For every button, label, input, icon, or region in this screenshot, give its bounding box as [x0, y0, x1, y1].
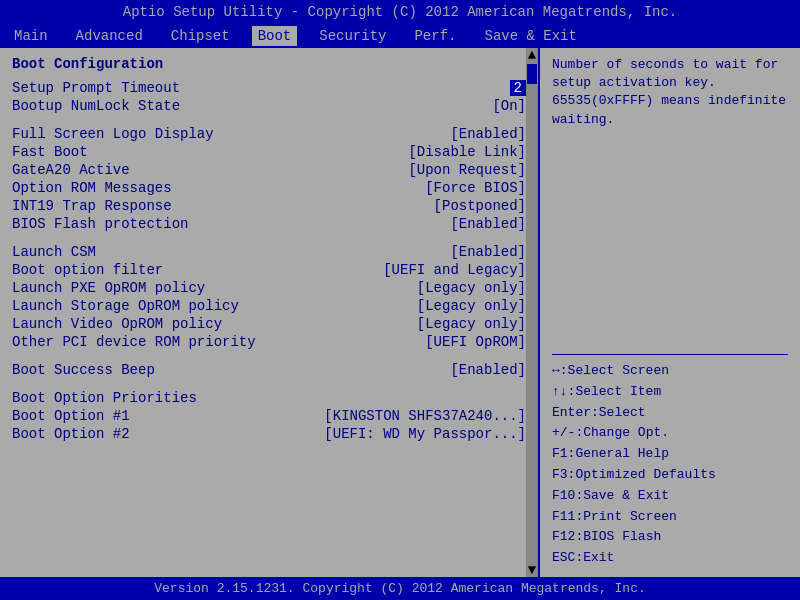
- setting-value: [Legacy only]: [417, 280, 526, 296]
- setting-row: Boot Option #1[KINGSTON SHFS37A240...]: [12, 408, 526, 424]
- setting-row: Option ROM Messages[Force BIOS]: [12, 180, 526, 196]
- setting-label: Boot Option #1: [12, 408, 130, 424]
- key-desc: Select: [599, 403, 646, 424]
- key-desc: Optimized Defaults: [575, 465, 715, 486]
- menu-item-perf.[interactable]: Perf.: [408, 26, 462, 46]
- setting-value: [Postponed]: [434, 198, 526, 214]
- settings-list: Setup Prompt Timeout2Bootup NumLock Stat…: [12, 80, 526, 442]
- help-text: Number of seconds to wait forsetup activ…: [552, 56, 788, 340]
- left-scrollbar[interactable]: ▲ ▼: [526, 48, 538, 577]
- setting-row: Boot Success Beep[Enabled]: [12, 362, 526, 378]
- setting-value: [Force BIOS]: [425, 180, 526, 196]
- menu-item-save--exit[interactable]: Save & Exit: [478, 26, 582, 46]
- scroll-down-arrow[interactable]: ▼: [528, 563, 536, 577]
- setting-row: Setup Prompt Timeout2: [12, 80, 526, 96]
- help-line: Number of seconds to wait for: [552, 56, 788, 74]
- key-line: ESC: Exit: [552, 548, 788, 569]
- key-desc: Print Screen: [583, 507, 677, 528]
- setting-row: Full Screen Logo Display[Enabled]: [12, 126, 526, 142]
- setting-row: Boot option filter[UEFI and Legacy]: [12, 262, 526, 278]
- setting-label: Boot Option #2: [12, 426, 130, 442]
- setting-value: [UEFI and Legacy]: [383, 262, 526, 278]
- key-label: F3:: [552, 465, 575, 486]
- spacer-2: [12, 116, 526, 124]
- setting-row: Launch Storage OpROM policy[Legacy only]: [12, 298, 526, 314]
- key-line: ↑↓: Select Item: [552, 382, 788, 403]
- setting-value: [Upon Request]: [408, 162, 526, 178]
- help-line: 65535(0xFFFF) means indefinite: [552, 92, 788, 110]
- key-label: F10:: [552, 486, 583, 507]
- setting-label: Fast Boot: [12, 144, 88, 160]
- key-help: ↔: Select Screen↑↓: Select ItemEnter: Se…: [552, 361, 788, 569]
- scroll-thumb: [527, 64, 537, 84]
- section-title: Boot Configuration: [12, 56, 526, 72]
- divider: [552, 354, 788, 355]
- menu-item-security[interactable]: Security: [313, 26, 392, 46]
- key-label: +/-:: [552, 423, 583, 444]
- menu-item-main[interactable]: Main: [8, 26, 54, 46]
- setting-row: GateA20 Active[Upon Request]: [12, 162, 526, 178]
- key-line: Enter: Select: [552, 403, 788, 424]
- setting-value: [Enabled]: [450, 216, 526, 232]
- menu-item-advanced[interactable]: Advanced: [70, 26, 149, 46]
- setting-label: Other PCI device ROM priority: [12, 334, 256, 350]
- setting-label: Launch Video OpROM policy: [12, 316, 222, 332]
- key-label: ESC:: [552, 548, 583, 569]
- setting-label: Boot option filter: [12, 262, 163, 278]
- key-line: +/-: Change Opt.: [552, 423, 788, 444]
- setting-row: Fast Boot[Disable Link]: [12, 144, 526, 160]
- key-label: Enter:: [552, 403, 599, 424]
- key-desc: General Help: [575, 444, 669, 465]
- key-line: F12: BIOS Flash: [552, 527, 788, 548]
- key-line: F11: Print Screen: [552, 507, 788, 528]
- key-desc: BIOS Flash: [583, 527, 661, 548]
- setting-value: [Disable Link]: [408, 144, 526, 160]
- key-label: F11:: [552, 507, 583, 528]
- setting-label: Launch PXE OpROM policy: [12, 280, 205, 296]
- setting-value: [On]: [492, 98, 526, 114]
- setting-label: Full Screen Logo Display: [12, 126, 214, 142]
- setting-label: Launch CSM: [12, 244, 96, 260]
- setting-label: GateA20 Active: [12, 162, 130, 178]
- setting-row: Launch PXE OpROM policy[Legacy only]: [12, 280, 526, 296]
- setting-row: INT19 Trap Response[Postponed]: [12, 198, 526, 214]
- menu-item-chipset[interactable]: Chipset: [165, 26, 236, 46]
- setting-row: Boot Option #2[UEFI: WD My Passpor...]: [12, 426, 526, 442]
- setting-label: Boot Success Beep: [12, 362, 155, 378]
- setting-label: Boot Option Priorities: [12, 390, 197, 406]
- setting-row: Bootup NumLock State[On]: [12, 98, 526, 114]
- title-text: Aptio Setup Utility - Copyright (C) 2012…: [123, 4, 678, 20]
- setting-label: Launch Storage OpROM policy: [12, 298, 239, 314]
- scroll-up-arrow[interactable]: ▲: [528, 48, 536, 62]
- spacer-16: [12, 352, 526, 360]
- spacer-9: [12, 234, 526, 242]
- setting-row: Launch Video OpROM policy[Legacy only]: [12, 316, 526, 332]
- menu-item-boot[interactable]: Boot: [252, 26, 298, 46]
- right-panel: Number of seconds to wait forsetup activ…: [540, 48, 800, 577]
- setting-label: INT19 Trap Response: [12, 198, 172, 214]
- key-desc: Select Item: [575, 382, 661, 403]
- setting-value: [UEFI OpROM]: [425, 334, 526, 350]
- key-line: F1: General Help: [552, 444, 788, 465]
- key-label: F1:: [552, 444, 575, 465]
- footer: Version 2.15.1231. Copyright (C) 2012 Am…: [0, 577, 800, 600]
- setting-label: BIOS Flash protection: [12, 216, 188, 232]
- setting-value: [Legacy only]: [417, 298, 526, 314]
- key-line: ↔: Select Screen: [552, 361, 788, 382]
- footer-text: Version 2.15.1231. Copyright (C) 2012 Am…: [154, 581, 645, 596]
- left-panel: Boot Configuration Setup Prompt Timeout2…: [0, 48, 540, 577]
- setting-row: Boot Option Priorities: [12, 390, 526, 406]
- setting-value[interactable]: 2: [510, 80, 526, 96]
- key-desc: Save & Exit: [583, 486, 669, 507]
- setting-label: Bootup NumLock State: [12, 98, 180, 114]
- key-desc: Exit: [583, 548, 614, 569]
- setting-label: Setup Prompt Timeout: [12, 80, 180, 96]
- menu-bar: MainAdvancedChipsetBootSecurityPerf.Save…: [0, 24, 800, 48]
- key-desc: Select Screen: [568, 361, 669, 382]
- key-label: F12:: [552, 527, 583, 548]
- setting-value: [Legacy only]: [417, 316, 526, 332]
- setting-value: [Enabled]: [450, 126, 526, 142]
- main-content: Boot Configuration Setup Prompt Timeout2…: [0, 48, 800, 577]
- key-label: ↔:: [552, 361, 568, 382]
- setting-label: Option ROM Messages: [12, 180, 172, 196]
